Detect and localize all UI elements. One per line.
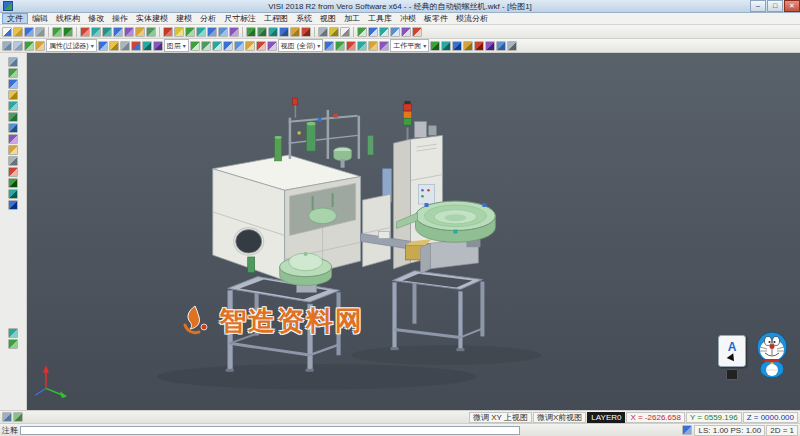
snap-status-icon[interactable]	[2, 412, 12, 422]
open-file-icon[interactable]	[13, 27, 23, 37]
redo-icon[interactable]	[63, 27, 73, 37]
toolpath-icon[interactable]	[441, 41, 451, 51]
select-chain-icon[interactable]	[24, 41, 34, 51]
views-panel-icon[interactable]	[8, 123, 18, 133]
workplane-yz-icon[interactable]	[346, 41, 356, 51]
command-input[interactable]	[20, 426, 520, 435]
linetype-icon[interactable]	[142, 41, 152, 51]
layer-dropdown[interactable]: 图层 ▾	[164, 39, 189, 52]
ucs-icon[interactable]	[8, 328, 18, 338]
zoom-tool-icon[interactable]	[8, 79, 18, 89]
mold-icon[interactable]	[474, 41, 484, 51]
polyline-icon[interactable]	[102, 27, 112, 37]
machining-icon[interactable]	[430, 41, 440, 51]
workplane-face-icon[interactable]	[368, 41, 378, 51]
grid-toggle-icon[interactable]	[8, 156, 18, 166]
group-icon[interactable]	[153, 41, 163, 51]
maximize-button[interactable]: □	[767, 0, 783, 12]
dimension-icon[interactable]	[329, 27, 339, 37]
menu-item-1[interactable]: 文件	[2, 13, 28, 24]
boolean-union-icon[interactable]	[290, 27, 300, 37]
layer-off-icon[interactable]	[120, 41, 130, 51]
new-file-icon[interactable]	[2, 27, 12, 37]
analysis-icon[interactable]	[496, 41, 506, 51]
hide-tool-icon[interactable]	[8, 189, 18, 199]
mirror-icon[interactable]	[196, 27, 206, 37]
close-button[interactable]: ✕	[784, 0, 800, 12]
extend-icon[interactable]	[174, 27, 184, 37]
fillet-icon[interactable]	[146, 27, 156, 37]
menu-item-11[interactable]: 系统	[292, 13, 316, 24]
menu-item-2[interactable]: 编辑	[28, 13, 52, 24]
filter-icon[interactable]	[35, 41, 45, 51]
attribute-filter-dropdown[interactable]: 属性(过滤器) ▾	[46, 39, 97, 52]
workplane-panel-icon[interactable]	[8, 134, 18, 144]
origin-icon[interactable]	[8, 339, 18, 349]
view-prev-icon[interactable]	[245, 41, 255, 51]
layer-manager-icon[interactable]	[98, 41, 108, 51]
pan-tool-icon[interactable]	[8, 68, 18, 78]
report-icon[interactable]	[507, 41, 517, 51]
menu-item-8[interactable]: 分析	[196, 13, 220, 24]
measure-icon[interactable]	[318, 27, 328, 37]
coordinate-mode-icon[interactable]	[682, 425, 692, 435]
print-icon[interactable]	[35, 27, 45, 37]
view-top-icon[interactable]	[190, 41, 200, 51]
layers-panel-icon[interactable]	[8, 90, 18, 100]
view-dynamic-icon[interactable]	[256, 41, 266, 51]
view-front-icon[interactable]	[201, 41, 211, 51]
menu-item-16[interactable]: 板零件	[420, 13, 452, 24]
rotate-view-icon[interactable]	[412, 27, 422, 37]
simulate-icon[interactable]	[452, 41, 462, 51]
zoom-fit-icon[interactable]	[379, 27, 389, 37]
zoom-window-icon[interactable]	[390, 27, 400, 37]
menu-item-4[interactable]: 修改	[84, 13, 108, 24]
color-icon[interactable]	[131, 41, 141, 51]
pan-view-icon[interactable]	[401, 27, 411, 37]
menu-item-6[interactable]: 实体建模	[132, 13, 172, 24]
workplane-xz-icon[interactable]	[335, 41, 345, 51]
menu-item-15[interactable]: 冲模	[396, 13, 420, 24]
point-icon[interactable]	[80, 27, 90, 37]
workplane-xy-icon[interactable]	[324, 41, 334, 51]
sweep-icon[interactable]	[268, 27, 278, 37]
select-tool-icon[interactable]	[8, 57, 18, 67]
workplane-dropdown[interactable]: 工作平面 ▾	[390, 39, 429, 52]
view-orientation-widget[interactable]: A	[718, 335, 746, 367]
offset-icon[interactable]	[185, 27, 195, 37]
view-iso-icon[interactable]	[223, 41, 233, 51]
grid-status-icon[interactable]	[13, 412, 23, 422]
move-icon[interactable]	[207, 27, 217, 37]
circle-icon[interactable]	[113, 27, 123, 37]
wireframe-view-icon[interactable]	[368, 27, 378, 37]
menu-item-17[interactable]: 模流分析	[452, 13, 492, 24]
save-icon[interactable]	[24, 27, 34, 37]
menu-item-5[interactable]: 操作	[108, 13, 132, 24]
select-window-icon[interactable]	[13, 41, 23, 51]
text-icon[interactable]	[340, 27, 350, 37]
snap-toggle-icon[interactable]	[8, 145, 18, 155]
menu-item-14[interactable]: 工具库	[364, 13, 396, 24]
view-side-icon[interactable]	[212, 41, 222, 51]
electrode-icon[interactable]	[485, 41, 495, 51]
measure-panel-icon[interactable]	[8, 167, 18, 177]
postprocess-icon[interactable]	[463, 41, 473, 51]
arc-icon[interactable]	[124, 27, 134, 37]
viewport-3d[interactable]: 智造资料网 A	[27, 53, 800, 410]
menu-item-3[interactable]: 线框构	[52, 13, 84, 24]
menu-item-10[interactable]: 工程图	[260, 13, 292, 24]
view-rotate-icon[interactable]	[234, 41, 244, 51]
view-refresh-icon[interactable]	[267, 41, 277, 51]
rectangle-icon[interactable]	[135, 27, 145, 37]
view-dropdown[interactable]: 视图 (全部) ▾	[278, 39, 324, 52]
minimize-button[interactable]: –	[750, 0, 766, 12]
layer-on-icon[interactable]	[109, 41, 119, 51]
menu-item-7[interactable]: 建模	[172, 13, 196, 24]
undo-icon[interactable]	[52, 27, 62, 37]
rotate-icon[interactable]	[218, 27, 228, 37]
shaded-mode-icon[interactable]	[8, 112, 18, 122]
copy-icon[interactable]	[229, 27, 239, 37]
menu-item-12[interactable]: 视图	[316, 13, 340, 24]
wireframe-mode-icon[interactable]	[8, 101, 18, 111]
boolean-subtract-icon[interactable]	[301, 27, 311, 37]
